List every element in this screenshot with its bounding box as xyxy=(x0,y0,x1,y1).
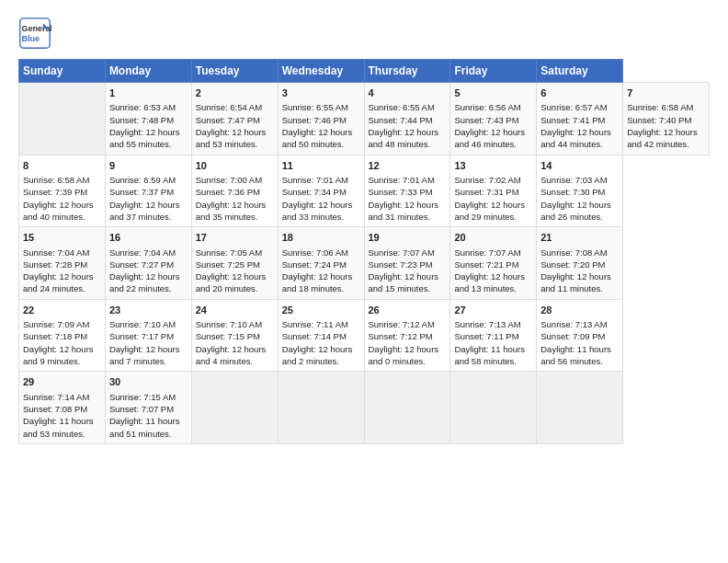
day-number: 2 xyxy=(196,86,274,100)
day-number: 22 xyxy=(23,304,101,317)
calendar-cell-day-15: 15Sunrise: 7:04 AMSunset: 7:28 PMDayligh… xyxy=(19,227,106,300)
calendar-cell-day-11: 11Sunrise: 7:01 AMSunset: 7:34 PMDayligh… xyxy=(278,155,364,227)
calendar-cell-day-19: 19Sunrise: 7:07 AMSunset: 7:23 PMDayligh… xyxy=(364,227,450,300)
col-header-wednesday: Wednesday xyxy=(278,60,364,83)
empty-cell xyxy=(278,372,364,444)
day-number: 6 xyxy=(540,86,619,100)
calendar-cell-day-23: 23Sunrise: 7:10 AMSunset: 7:17 PMDayligh… xyxy=(105,299,191,372)
day-number: 29 xyxy=(23,375,101,389)
calendar-table: SundayMondayTuesdayWednesdayThursdayFrid… xyxy=(18,59,710,444)
col-header-monday: Monday xyxy=(105,60,191,83)
calendar-cell-day-18: 18Sunrise: 7:06 AMSunset: 7:24 PMDayligh… xyxy=(278,227,364,300)
empty-cell xyxy=(450,372,537,444)
empty-cell xyxy=(537,372,623,444)
calendar-cell-day-17: 17Sunrise: 7:05 AMSunset: 7:25 PMDayligh… xyxy=(191,227,278,300)
col-header-friday: Friday xyxy=(450,60,537,83)
day-number: 4 xyxy=(369,86,447,100)
calendar-cell-day-2: 2Sunrise: 6:54 AMSunset: 7:47 PMDaylight… xyxy=(191,83,278,155)
calendar-cell-day-22: 22Sunrise: 7:09 AMSunset: 7:18 PMDayligh… xyxy=(19,299,106,372)
day-number: 26 xyxy=(369,304,447,317)
calendar-cell-day-5: 5Sunrise: 6:56 AMSunset: 7:43 PMDaylight… xyxy=(450,83,537,155)
day-number: 10 xyxy=(196,159,274,173)
calendar-cell-day-8: 8Sunrise: 6:58 AMSunset: 7:39 PMDaylight… xyxy=(19,155,106,227)
day-number: 21 xyxy=(540,231,619,245)
day-number: 15 xyxy=(23,231,101,245)
day-number: 17 xyxy=(196,231,274,245)
day-number: 23 xyxy=(109,304,188,317)
calendar-cell-day-4: 4Sunrise: 6:55 AMSunset: 7:44 PMDaylight… xyxy=(364,83,450,155)
calendar-cell-day-9: 9Sunrise: 6:59 AMSunset: 7:37 PMDaylight… xyxy=(105,155,191,227)
calendar-cell-day-29: 29Sunrise: 7:14 AMSunset: 7:08 PMDayligh… xyxy=(19,372,106,444)
calendar-cell-day-25: 25Sunrise: 7:11 AMSunset: 7:14 PMDayligh… xyxy=(278,299,364,372)
col-header-tuesday: Tuesday xyxy=(191,60,278,83)
day-number: 18 xyxy=(282,231,360,245)
calendar-cell-day-20: 20Sunrise: 7:07 AMSunset: 7:21 PMDayligh… xyxy=(450,227,537,300)
day-number: 19 xyxy=(369,231,447,245)
svg-text:Blue: Blue xyxy=(22,34,40,43)
day-number: 8 xyxy=(23,159,101,173)
day-number: 20 xyxy=(454,231,532,245)
calendar-cell-day-16: 16Sunrise: 7:04 AMSunset: 7:27 PMDayligh… xyxy=(105,227,191,300)
day-number: 5 xyxy=(454,86,532,100)
col-header-thursday: Thursday xyxy=(364,60,450,83)
day-number: 11 xyxy=(282,159,360,173)
calendar-cell-day-6: 6Sunrise: 6:57 AMSunset: 7:41 PMDaylight… xyxy=(537,83,623,155)
day-number: 1 xyxy=(109,86,188,100)
day-number: 24 xyxy=(196,304,274,317)
day-number: 27 xyxy=(454,304,532,317)
calendar-cell-day-27: 27Sunrise: 7:13 AMSunset: 7:11 PMDayligh… xyxy=(450,299,537,372)
calendar-cell-day-21: 21Sunrise: 7:08 AMSunset: 7:20 PMDayligh… xyxy=(537,227,623,300)
day-number: 9 xyxy=(109,159,188,173)
day-number: 13 xyxy=(454,159,532,173)
day-number: 25 xyxy=(282,304,360,317)
calendar-cell-day-7: 7Sunrise: 6:58 AMSunset: 7:40 PMDaylight… xyxy=(623,83,710,155)
day-number: 3 xyxy=(282,86,360,100)
day-number: 12 xyxy=(369,159,447,173)
calendar-cell-day-14: 14Sunrise: 7:03 AMSunset: 7:30 PMDayligh… xyxy=(537,155,623,227)
calendar-cell-day-12: 12Sunrise: 7:01 AMSunset: 7:33 PMDayligh… xyxy=(364,155,450,227)
logo-icon: General Blue xyxy=(18,17,51,50)
calendar-cell-day-24: 24Sunrise: 7:10 AMSunset: 7:15 PMDayligh… xyxy=(191,299,278,372)
day-number: 30 xyxy=(109,375,188,389)
day-number: 28 xyxy=(540,304,619,317)
empty-cell xyxy=(364,372,450,444)
col-header-sunday: Sunday xyxy=(19,60,106,83)
empty-cell xyxy=(19,83,106,155)
col-header-saturday: Saturday xyxy=(537,60,623,83)
logo: General Blue xyxy=(18,17,55,50)
calendar-cell-day-28: 28Sunrise: 7:13 AMSunset: 7:09 PMDayligh… xyxy=(537,299,623,372)
day-number: 16 xyxy=(109,231,188,245)
calendar-cell-day-13: 13Sunrise: 7:02 AMSunset: 7:31 PMDayligh… xyxy=(450,155,537,227)
day-number: 7 xyxy=(627,86,705,100)
day-number: 14 xyxy=(540,159,619,173)
empty-cell xyxy=(191,372,278,444)
calendar-cell-day-1: 1Sunrise: 6:53 AMSunset: 7:48 PMDaylight… xyxy=(105,83,191,155)
calendar-cell-day-26: 26Sunrise: 7:12 AMSunset: 7:12 PMDayligh… xyxy=(364,299,450,372)
calendar-cell-day-30: 30Sunrise: 7:15 AMSunset: 7:07 PMDayligh… xyxy=(105,372,191,444)
calendar-cell-day-10: 10Sunrise: 7:00 AMSunset: 7:36 PMDayligh… xyxy=(191,155,278,227)
calendar-cell-day-3: 3Sunrise: 6:55 AMSunset: 7:46 PMDaylight… xyxy=(278,83,364,155)
